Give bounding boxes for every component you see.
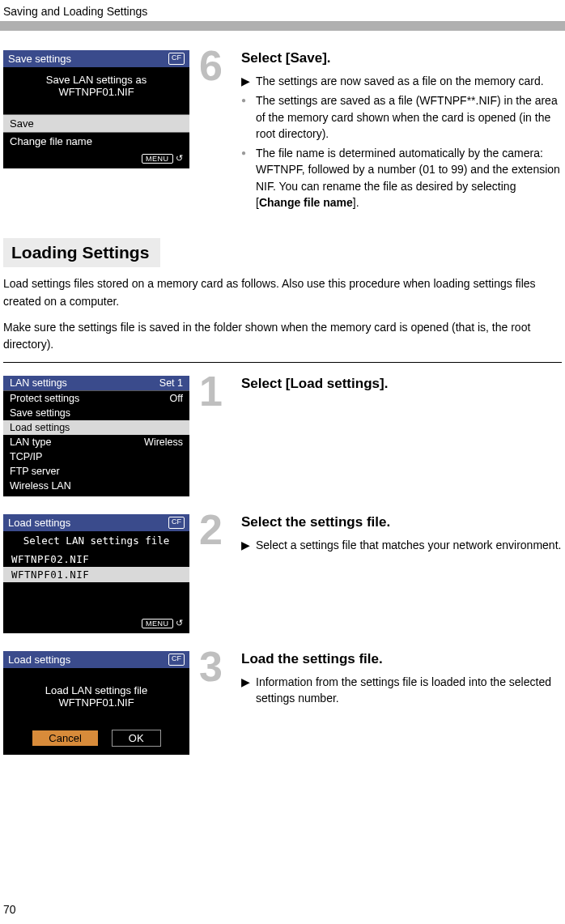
step-number-3: 3 — [199, 651, 235, 755]
step-6-title: Select [Save]. — [241, 50, 562, 66]
lcd-row-tcpip[interactable]: TCP/IP — [3, 449, 189, 464]
lcd-button-row: Cancel OK — [3, 713, 189, 755]
step-6-text-3b: Change file name — [259, 196, 353, 209]
step-6-text-3c: ]. — [353, 196, 359, 209]
step-2: Load settings CF Select LAN settings fil… — [0, 514, 565, 633]
section-divider — [3, 362, 562, 363]
lcd-row-load[interactable]: Load settings — [3, 420, 189, 435]
lcd-body-line2: WFTNPF01.NIF — [3, 696, 189, 709]
step-3-title: Load the settings file. — [241, 651, 562, 667]
lcd-col-right: Off — [170, 393, 183, 404]
lcd-body-line2: WFTNPF01.NIF — [3, 86, 189, 98]
lcd-row-ftp[interactable]: FTP server — [3, 464, 189, 479]
lcd-col-left: Save settings — [10, 407, 70, 419]
ok-button[interactable]: OK — [112, 730, 161, 747]
lcd-bottom-bar: MENU↺ — [3, 615, 189, 633]
step-3: Load settings CF Load LAN settings file … — [0, 651, 565, 755]
lcd-row-save[interactable]: Save settings — [3, 406, 189, 420]
loading-intro-2: Make sure the settings file is saved in … — [0, 319, 565, 354]
step-2-text-1: Select a settings file that matches your… — [256, 537, 562, 553]
cf-card-icon: CF — [168, 654, 185, 666]
step-6-text-2: The settings are saved as a file (WFTNPF… — [256, 92, 562, 142]
lcd-col-left: Wireless LAN — [10, 480, 71, 492]
back-icon: ↺ — [176, 153, 184, 163]
menu-button-icon[interactable]: MENU — [142, 619, 173, 628]
result-arrow-icon: ▶ — [241, 537, 251, 553]
lcd-body: Load LAN settings file WFTNPF01.NIF — [3, 668, 189, 713]
lcd-col-left: FTP server — [10, 466, 60, 477]
lcd-col-left: Load settings — [10, 422, 70, 433]
cf-card-icon: CF — [168, 517, 185, 529]
step-6-text-3: The file name is determined automaticall… — [256, 145, 562, 211]
lcd-load-file-select: Load settings CF Select LAN settings fil… — [3, 514, 189, 633]
step-number-1: 1 — [199, 376, 235, 496]
bullet-icon: ● — [241, 92, 251, 142]
lcd-titlebar: Load settings CF — [3, 514, 189, 531]
lcd-subtitle: Select LAN settings file — [3, 531, 189, 551]
menu-button-icon[interactable]: MENU — [142, 154, 173, 164]
step-3-text-1: Information from the settings file is lo… — [256, 674, 562, 707]
lcd-menu-save[interactable]: Save — [3, 114, 189, 132]
lcd-title: Save settings — [8, 53, 71, 65]
step-number-6: 6 — [199, 50, 235, 214]
lcd-col-right: Wireless — [144, 436, 183, 448]
lcd-col-left: TCP/IP — [10, 451, 42, 462]
lcd-title: Load settings — [8, 654, 70, 666]
lcd-file-2[interactable]: WFTNPF01.NIF — [3, 567, 189, 582]
lcd-row-lantype[interactable]: LAN type Wireless — [3, 435, 189, 449]
loading-intro-1: Load settings files stored on a memory c… — [0, 275, 565, 310]
step-1: LAN settings Set 1 Protect settings Off … — [0, 376, 565, 496]
lcd-col-left: LAN settings — [10, 377, 67, 389]
result-arrow-icon: ▶ — [241, 73, 251, 89]
lcd-lan-settings: LAN settings Set 1 Protect settings Off … — [3, 376, 189, 496]
lcd-title: Load settings — [8, 517, 70, 529]
lcd-body: Save LAN settings as WFTNPF01.NIF — [3, 67, 189, 103]
page-number: 70 — [3, 903, 16, 916]
step-2-title: Select the settings file. — [241, 514, 562, 530]
step-1-title: Select [Load settings]. — [241, 376, 562, 392]
cancel-button[interactable]: Cancel — [32, 730, 98, 747]
lcd-col-left: LAN type — [10, 436, 51, 448]
lcd-body-line1: Save LAN settings as — [3, 74, 189, 86]
step-6-text-1: The settings are now saved as a file on … — [256, 73, 562, 89]
cf-card-icon: CF — [168, 53, 185, 65]
lcd-titlebar: Save settings CF — [3, 50, 189, 67]
lcd-row-lan-settings: LAN settings Set 1 — [3, 376, 189, 390]
step-6: Save settings CF Save LAN settings as WF… — [0, 50, 565, 214]
page-header: Saving and Loading Settings — [0, 0, 565, 21]
lcd-titlebar: Load settings CF — [3, 651, 189, 668]
back-icon: ↺ — [176, 618, 184, 628]
header-divider — [0, 21, 565, 31]
bullet-icon: ● — [241, 145, 251, 211]
loading-settings-heading: Loading Settings — [3, 238, 160, 267]
lcd-save-settings: Save settings CF Save LAN settings as WF… — [3, 50, 189, 214]
lcd-file-1[interactable]: WFTNPF02.NIF — [3, 551, 189, 567]
lcd-bottom-bar: MENU↺ — [3, 150, 189, 168]
lcd-row-protect[interactable]: Protect settings Off — [3, 390, 189, 406]
lcd-menu-change-file-name[interactable]: Change file name — [3, 132, 189, 150]
lcd-row-wireless[interactable]: Wireless LAN — [3, 479, 189, 496]
lcd-col-right: Set 1 — [159, 377, 183, 389]
lcd-body-line1: Load LAN settings file — [3, 684, 189, 696]
lcd-load-confirm: Load settings CF Load LAN settings file … — [3, 651, 189, 755]
lcd-col-left: Protect settings — [10, 393, 79, 404]
step-number-2: 2 — [199, 514, 235, 633]
result-arrow-icon: ▶ — [241, 674, 251, 707]
